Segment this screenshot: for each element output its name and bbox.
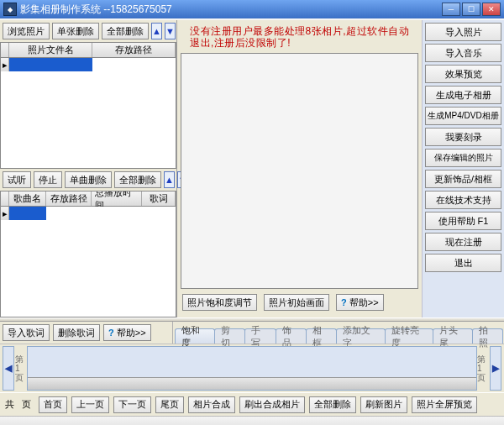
tab-crop[interactable]: 剪切 — [214, 328, 245, 344]
strip-next-icon[interactable]: ▶ — [490, 346, 501, 391]
minimize-button[interactable]: ─ — [442, 3, 460, 16]
prev-page-button[interactable]: 上一页 — [71, 396, 109, 413]
exit-button[interactable]: 退出 — [425, 254, 501, 272]
tab-headtail[interactable]: 片头尾 — [433, 328, 473, 344]
save-edited-button[interactable]: 保存编辑的照片 — [425, 149, 501, 167]
title-bar: ◆ 影集相册制作系统 --15825675057 ─ ☐ ✕ — [0, 0, 504, 18]
register-notice: 没有注册用户最多能处理8张相片,超过软件自动退出,注册后没限制了! — [185, 22, 420, 53]
help-icon: ? — [341, 297, 347, 307]
right-panel: 导入照片 导入音乐 效果预览 生成电子相册 生成MP4/DVD相册 我要刻录 保… — [422, 20, 504, 317]
left-panel: 浏览照片 单张删除 全部删除 ▲ ▼ 照片文件名 存放路径 ▸ 试听 — [0, 20, 177, 317]
help-icon: ? — [108, 328, 114, 338]
generate-album-button[interactable]: 生成电子相册 — [425, 86, 501, 104]
song-table[interactable]: 歌曲名 存放路径 总播放时间 歌词 ▸ — [0, 191, 176, 317]
tab-handwrite[interactable]: 手写 — [244, 328, 276, 344]
song-up-icon[interactable]: ▲ — [164, 171, 175, 188]
flush-compose-button[interactable]: 刷出合成相片 — [239, 396, 305, 413]
tab-rotate[interactable]: 旋转亮度 — [385, 328, 433, 344]
tab-ornament[interactable]: 饰品 — [276, 328, 307, 344]
middle-panel: 没有注册用户最多能处理8张相片,超过软件自动退出,注册后没限制了! 照片饱和度调… — [177, 20, 422, 317]
editor-tabs: 饱和度 剪切 手写 饰品 相框 添加文字 旋转亮度 片头尾 拍照 — [173, 322, 504, 344]
scrollbar-thumb[interactable] — [29, 379, 54, 389]
browse-photo-button[interactable]: 浏览照片 — [3, 23, 50, 39]
delete-all-bottom-button[interactable]: 全部删除 — [309, 396, 356, 413]
page-label-right: 第1页 — [477, 346, 489, 391]
initial-frame-button[interactable]: 照片初始画面 — [264, 294, 329, 311]
first-page-button[interactable]: 首页 — [39, 396, 67, 413]
delete-single-photo-button[interactable]: 单张删除 — [52, 23, 99, 39]
photo-col-filename[interactable]: 照片文件名 — [9, 43, 92, 57]
page-unit-label: 页 — [22, 398, 31, 411]
next-page-button[interactable]: 下一页 — [113, 396, 151, 413]
strip-prev-icon[interactable]: ◀ — [3, 346, 14, 391]
preview-area — [181, 53, 418, 289]
fullscreen-preview-button[interactable]: 照片全屏预览 — [412, 396, 477, 413]
page-label-left: 第1页 — [15, 346, 27, 391]
burn-button[interactable]: 我要刻录 — [425, 128, 501, 146]
photo-up-icon[interactable]: ▲ — [151, 23, 162, 39]
close-button[interactable]: ✕ — [482, 3, 501, 16]
online-support-button[interactable]: 在线技术支持 — [425, 191, 501, 209]
delete-single-song-button[interactable]: 单曲删除 — [65, 171, 112, 188]
help-button[interactable]: ?帮助>> — [336, 294, 384, 311]
tab-frame[interactable]: 相框 — [306, 328, 337, 344]
compose-button[interactable]: 相片合成 — [188, 396, 235, 413]
import-photo-button[interactable]: 导入照片 — [425, 23, 501, 41]
generate-mp4-button[interactable]: 生成MP4/DVD相册 — [425, 107, 501, 125]
song-col-name[interactable]: 歌曲名 — [9, 192, 46, 206]
tab-addtext[interactable]: 添加文字 — [336, 328, 385, 344]
last-page-button[interactable]: 尾页 — [155, 396, 184, 413]
saturation-button[interactable]: 照片饱和度调节 — [182, 294, 257, 311]
lyric-help-button[interactable]: ?帮助>> — [103, 324, 151, 341]
tab-saturation[interactable]: 饱和度 — [175, 328, 215, 344]
import-lyric-button[interactable]: 导入歌词 — [3, 324, 50, 341]
photo-toolbar: 浏览照片 单张删除 全部删除 ▲ ▼ — [0, 20, 176, 42]
tab-capture[interactable]: 拍照 — [472, 328, 503, 344]
status-bar — [0, 416, 504, 425]
delete-lyric-button[interactable]: 删除歌词 — [53, 324, 100, 341]
maximize-button[interactable]: ☐ — [462, 3, 480, 16]
preview-song-button[interactable]: 试听 — [3, 171, 31, 188]
photo-table[interactable]: 照片文件名 存放路径 ▸ — [0, 42, 176, 169]
register-now-button[interactable]: 现在注册 — [425, 233, 501, 251]
total-label: 共 — [5, 398, 14, 411]
app-icon: ◆ — [3, 3, 17, 16]
use-help-button[interactable]: 使用帮助 F1 — [425, 212, 501, 230]
song-col-lyric[interactable]: 歌词 — [142, 192, 176, 206]
song-col-duration[interactable]: 总播放时间 — [92, 192, 142, 206]
lyric-toolbar: 导入歌词 删除歌词 ?帮助>> — [0, 322, 173, 344]
song-col-path[interactable]: 存放路径 — [46, 192, 92, 206]
stop-song-button[interactable]: 停止 — [34, 171, 62, 188]
delete-all-photo-button[interactable]: 全部删除 — [102, 23, 149, 39]
thumbnail-strip-area: ◀ 第1页 第1页 ▶ — [0, 344, 504, 392]
thumbnail-strip[interactable] — [27, 346, 477, 391]
photo-col-path[interactable]: 存放路径 — [92, 43, 176, 57]
refresh-images-button[interactable]: 刷新图片 — [360, 396, 407, 413]
song-toolbar: 试听 停止 单曲删除 全部删除 ▲ ▼ — [0, 169, 176, 191]
delete-all-song-button[interactable]: 全部删除 — [114, 171, 161, 188]
photo-down-icon[interactable]: ▼ — [165, 23, 176, 39]
update-assets-button[interactable]: 更新饰品/相框 — [425, 170, 501, 188]
bottom-nav: 共 页 首页 上一页 下一页 尾页 相片合成 刷出合成相片 全部删除 刷新图片 … — [0, 392, 504, 416]
import-music-button[interactable]: 导入音乐 — [425, 44, 501, 62]
window-title: 影集相册制作系统 --15825675057 — [20, 3, 442, 17]
effect-preview-button[interactable]: 效果预览 — [425, 65, 501, 83]
